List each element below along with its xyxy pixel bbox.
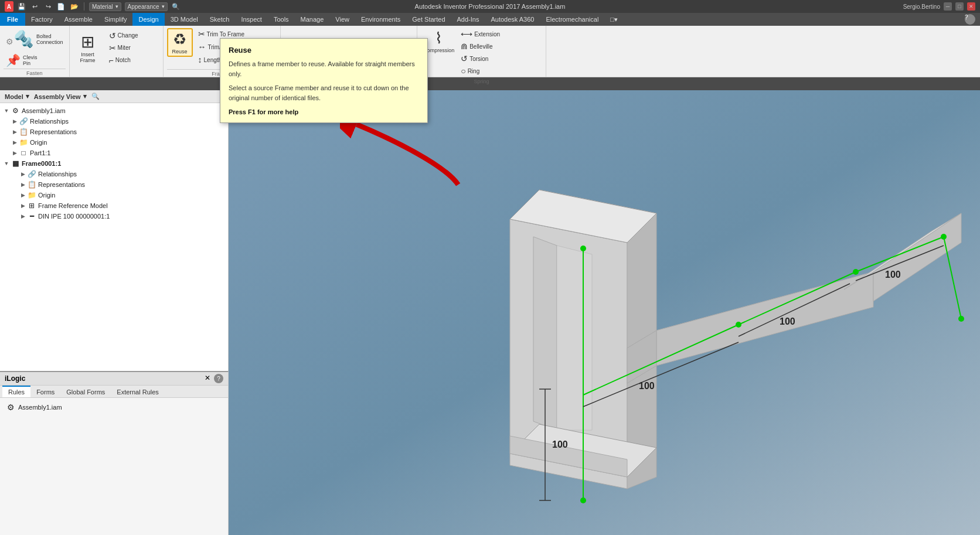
trim-frame-label: Trim To Frame [207,31,244,38]
extension-icon: ⟷ [461,29,472,39]
ilogic-header: iLogic ✕ ? [0,372,228,386]
menu-get-started[interactable]: Get Started [406,13,451,26]
quick-save-btn[interactable]: 💾 [17,1,26,12]
frame-rep-icon: 📋 [27,180,36,189]
frame-refmodel-expand[interactable]: ▶ [19,203,27,209]
new-btn[interactable]: 📄 [56,1,66,12]
frame-origin-expand[interactable]: ▶ [19,192,27,198]
menu-add-ins[interactable]: Add-Ins [451,13,485,26]
undo-btn[interactable]: ↩ [30,1,39,12]
close-btn[interactable]: ✕ [967,2,975,11]
frame-expand[interactable]: ▼ [2,161,11,166]
menu-design[interactable]: Design [132,13,164,26]
bolted-connection-btn[interactable]: 🔩 BoltedConnection [4,28,66,50]
tree-frame-representations[interactable]: ▶ 📋 Representations [0,179,228,190]
menu-autodesk-a360[interactable]: Autodesk A360 [485,13,540,26]
menu-tools[interactable]: Tools [268,13,295,26]
menu-assemble[interactable]: Assemble [59,13,98,26]
menu-sketch[interactable]: Sketch [204,13,236,26]
tree-frame0001[interactable]: ▼ ▦ Frame0001:1 [0,158,228,169]
menu-file[interactable]: File [0,13,25,26]
insert-frame-btn[interactable]: ⊞ InsertFrame [73,31,103,64]
din-expand[interactable]: ▶ [19,213,27,219]
maximize-btn[interactable]: □ [955,2,964,11]
tree-frame-ref-model[interactable]: ▶ ⊞ Frame Reference Model [0,200,228,211]
ring-btn[interactable]: ○ Ring [458,65,503,77]
svg-marker-6 [557,246,592,430]
ilogic-content: ⚙ Assembly1.iam [0,398,228,417]
menu-electromechanical[interactable]: Electromechanical [540,13,604,26]
trim-frame-icon: ✂ [198,29,205,39]
reuse-btn[interactable]: ♻ Reuse [167,28,193,57]
help-btn[interactable]: ? [965,14,975,25]
menu-view[interactable]: View [329,13,355,26]
miter-btn[interactable]: ✂ Miter [106,42,141,54]
svg-text:100: 100 [552,439,568,449]
menu-inspect[interactable]: Inspect [235,13,267,26]
tooltip-help[interactable]: Press F1 for more help [229,108,419,115]
menu-more[interactable]: □▾ [604,13,624,26]
rep-expand[interactable]: ▶ [11,129,19,135]
search-btn[interactable]: 🔍 [171,1,181,12]
root-label: Assembly1.iam [22,107,66,114]
menu-simplify[interactable]: Simplify [98,13,133,26]
reuse-label: Reuse [172,49,188,54]
change-icon: ↺ [109,31,116,40]
change-btn[interactable]: ↺ Change [106,30,141,42]
ribbon-group-spring: ⌇ Compression ⟷ Extension ⋒ Belleville ↺… [417,26,546,77]
ilogic-assembly-item[interactable]: ⚙ Assembly1.iam [5,401,223,413]
viewport[interactable]: 100 100 100 100 [229,90,980,535]
origin-expand[interactable]: ▶ [11,139,19,145]
tab-rules[interactable]: Rules [2,386,30,397]
frame-rel-expand[interactable]: ▶ [19,171,27,177]
menu-factory[interactable]: Factory [25,13,59,26]
tree-root[interactable]: ▼ ⚙ Assembly1.iam [0,105,228,116]
frame-icon: ▦ [11,159,20,168]
tree-origin[interactable]: ▶ 📁 Origin [0,137,228,148]
filter-icon[interactable]: 🔍 [91,93,100,100]
tab-external-rules[interactable]: External Rules [111,386,165,397]
ilogic-help-btn[interactable]: ? [214,374,223,383]
ribbon-group-fasten: 🔩 BoltedConnection 📌 ClevisPin Fasten [0,26,70,77]
ribbon: 🔩 BoltedConnection 📌 ClevisPin Fasten ⊞ … [0,26,980,77]
open-btn[interactable]: 📂 [70,1,79,12]
change-label: Change [118,32,138,39]
tree-representations[interactable]: ▶ 📋 Representations [0,127,228,137]
reuse-icon: ♻ [173,30,186,49]
minimize-btn[interactable]: ─ [944,2,952,11]
ilogic-close-btn[interactable]: ✕ [205,374,210,383]
menu-3dmodel[interactable]: 3D Model [165,13,204,26]
redo-btn[interactable]: ↪ [43,1,53,12]
tree-frame-origin[interactable]: ▶ 📁 Origin [0,190,228,200]
menu-manage[interactable]: Manage [295,13,330,26]
spring-group-label: Spring [421,77,542,84]
assembly-view-dropdown[interactable]: ▾ [83,93,87,100]
notch-btn[interactable]: ⌐ Notch [106,54,141,66]
frame-refmodel-icon: ⊞ [27,201,36,210]
appearance-dropdown[interactable]: Appearance ▾ [125,2,168,11]
belleville-btn[interactable]: ⋒ Belleville [458,40,503,52]
frame-rel-icon: 🔗 [27,169,36,179]
tab-forms[interactable]: Forms [30,386,60,397]
clevis-pin-btn[interactable]: 📌 ClevisPin [4,52,50,69]
root-expand[interactable]: ▼ [2,108,11,114]
model-dropdown-icon[interactable]: ▾ [26,93,29,100]
tree-frame-relationships[interactable]: ▶ 🔗 Relationships [0,169,228,179]
clevis-icon: 📌 [6,53,21,67]
torsion-icon: ↺ [461,54,468,63]
tree-din-ipe[interactable]: ▶ ━ DIN IPE 100 00000001:1 [0,211,228,222]
tree-relationships[interactable]: ▶ 🔗 Relationships [0,116,228,127]
frame-rep-expand[interactable]: ▶ [19,182,27,188]
ilogic-tabs: Rules Forms Global Forms External Rules [0,386,228,398]
tab-global-forms[interactable]: Global Forms [60,386,111,397]
menu-environments[interactable]: Environments [355,13,406,26]
torsion-btn[interactable]: ↺ Torsion [458,53,503,64]
rel-expand[interactable]: ▶ [11,118,19,124]
extension-btn[interactable]: ⟷ Extension [458,28,503,40]
part1-expand[interactable]: ▶ [11,150,19,156]
tree-part1[interactable]: ▶ □ Part1:1 [0,148,228,158]
insert-frame-label: InsertFrame [80,52,96,63]
material-dropdown[interactable]: Material ▾ [89,2,121,11]
ribbon-group-insert-frame: ⊞ InsertFrame ↺ Change ✂ Miter ⌐ Notch [70,26,164,77]
title-bar: A 💾 ↩ ↪ 📄 📂 Material ▾ Appearance ▾ 🔍 Au… [0,0,980,13]
